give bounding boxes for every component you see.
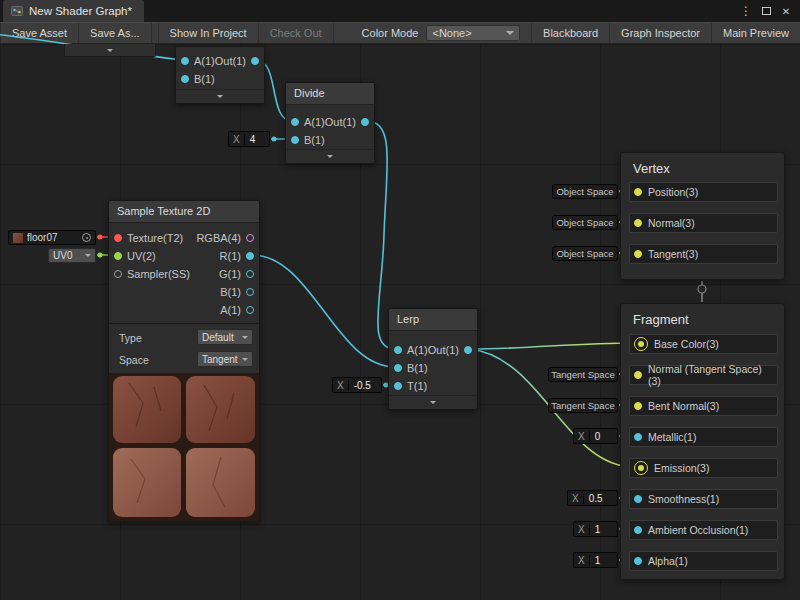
port-b-output[interactable] — [246, 288, 254, 296]
slot-metallic[interactable]: Metallic(1) — [629, 427, 778, 447]
space-binding-normal-ts[interactable]: Tangent Space — [548, 367, 618, 382]
port-row: Sampler(SS) — [114, 265, 190, 283]
vertex-block[interactable]: Vertex Position(3) Normal(3) Tangent(3) — [620, 152, 785, 280]
slot-bent-normal[interactable]: Bent Normal(3) — [629, 396, 778, 416]
port-math-a[interactable] — [181, 57, 189, 65]
slot-ambient-occlusion[interactable]: Ambient Occlusion(1) — [629, 520, 778, 540]
port-label: R(1) — [220, 250, 241, 262]
texture-object-field[interactable]: floor07 — [8, 230, 96, 245]
float-field-alpha[interactable]: X 1 — [573, 552, 618, 568]
blackboard-toggle[interactable]: Blackboard — [531, 23, 610, 43]
port-bent-normal[interactable] — [634, 402, 642, 410]
space-binding-position[interactable]: Object Space — [552, 184, 618, 199]
node-sample-texture-2d[interactable]: Sample Texture 2D Texture(T2) UV(2) Samp… — [108, 200, 260, 522]
port-metallic[interactable] — [634, 433, 642, 441]
node-title[interactable]: Divide — [286, 83, 374, 105]
port-sampler-input[interactable] — [114, 270, 122, 278]
port-a-output[interactable] — [246, 306, 254, 314]
save-as-button[interactable]: Save As... — [79, 23, 152, 43]
slot-position[interactable]: Position(3) — [629, 182, 778, 202]
port-math-out[interactable] — [251, 57, 259, 65]
slot-emission[interactable]: Emission(3) — [629, 458, 778, 478]
port-math-b[interactable] — [181, 75, 189, 83]
float-field-ambient-occlusion[interactable]: X 1 — [573, 521, 618, 537]
collapsed-node-bottom[interactable] — [64, 44, 156, 57]
chevron-down-icon — [327, 155, 333, 158]
field-value[interactable]: 0.5 — [584, 493, 617, 504]
port-uv-input[interactable] — [114, 252, 122, 260]
float-field-smoothness[interactable]: X 0.5 — [567, 490, 618, 506]
port-r-output[interactable] — [246, 252, 254, 260]
port-divide-a[interactable] — [291, 118, 299, 126]
node-math-partial[interactable]: A(1) B(1) Out(1) — [175, 46, 265, 104]
fragment-block[interactable]: Fragment Base Color(3) Normal (Tangent S… — [620, 303, 785, 580]
shader-graph-icon — [11, 5, 23, 17]
color-mode-dropdown[interactable]: <None> — [426, 25, 520, 41]
node-divide[interactable]: Divide A(1) B(1) Out(1) — [285, 82, 375, 164]
port-texture-input[interactable] — [114, 234, 122, 242]
slot-normal-tangent-space[interactable]: Normal (Tangent Space)(3) — [629, 365, 778, 385]
chevron-down-icon — [217, 95, 223, 98]
field-value[interactable]: 1 — [590, 524, 617, 535]
collapse-toggle[interactable] — [286, 149, 374, 163]
window-menu-icon[interactable] — [738, 3, 754, 19]
port-row: Out(1) — [215, 52, 259, 70]
node-title[interactable]: Sample Texture 2D — [109, 201, 259, 223]
texture-name: floor07 — [27, 232, 58, 243]
port-divide-out[interactable] — [361, 118, 369, 126]
port-position[interactable] — [634, 188, 642, 196]
collapse-toggle[interactable] — [176, 89, 264, 103]
space-binding-normal[interactable]: Object Space — [552, 215, 618, 230]
space-binding-bent-normal[interactable]: Tangent Space — [548, 398, 618, 413]
port-normal[interactable] — [634, 219, 642, 227]
port-lerp-t[interactable] — [394, 382, 402, 390]
color-mode-value: <None> — [432, 27, 471, 39]
divider — [109, 323, 259, 324]
port-label: Sampler(SS) — [127, 268, 190, 280]
close-icon[interactable] — [778, 3, 794, 19]
float-field-divide-b[interactable]: X 4 — [228, 131, 270, 147]
slot-normal[interactable]: Normal(3) — [629, 213, 778, 233]
port-lerp-out[interactable] — [464, 346, 472, 354]
maximize-icon[interactable] — [758, 3, 774, 19]
port-divide-b[interactable] — [291, 136, 299, 144]
type-dropdown[interactable]: Default — [197, 329, 253, 345]
port-smoothness[interactable] — [634, 495, 642, 503]
field-value[interactable]: 0 — [590, 431, 617, 442]
field-value[interactable]: 1 — [590, 555, 617, 566]
slot-tangent[interactable]: Tangent(3) — [629, 244, 778, 264]
collapse-toggle[interactable] — [389, 395, 477, 409]
document-tab[interactable]: New Shader Graph* — [3, 0, 144, 22]
uv-channel-dropdown[interactable]: UV0 — [48, 248, 96, 263]
port-alpha[interactable] — [634, 557, 642, 565]
slot-smoothness[interactable]: Smoothness(1) — [629, 489, 778, 509]
port-normal-ts[interactable] — [634, 371, 642, 379]
field-value[interactable]: -0.5 — [349, 380, 381, 391]
port-row: B(1) — [291, 131, 325, 149]
check-out-button: Check Out — [259, 23, 334, 43]
slot-label: Emission(3) — [654, 462, 709, 474]
field-value[interactable]: 4 — [245, 134, 269, 145]
port-lerp-a[interactable] — [394, 346, 402, 354]
object-picker-icon[interactable] — [82, 233, 91, 242]
type-value: Default — [202, 332, 234, 343]
float-field-metallic[interactable]: X 0 — [573, 428, 618, 444]
space-dropdown[interactable]: Tangent — [197, 351, 253, 367]
graph-inspector-toggle[interactable]: Graph Inspector — [610, 23, 712, 43]
port-rgba-output[interactable] — [246, 234, 254, 242]
node-title[interactable]: Lerp — [389, 309, 477, 331]
port-emission[interactable] — [634, 461, 648, 475]
node-lerp[interactable]: Lerp A(1) B(1) T(1) Out(1) — [388, 308, 478, 410]
port-base-color[interactable] — [634, 337, 648, 351]
port-lerp-b[interactable] — [394, 364, 402, 372]
float-field-lerp-t[interactable]: X -0.5 — [332, 377, 382, 393]
show-in-project-button[interactable]: Show In Project — [158, 23, 259, 43]
port-tangent[interactable] — [634, 250, 642, 258]
port-g-output[interactable] — [246, 270, 254, 278]
port-ambient-occlusion[interactable] — [634, 526, 642, 534]
slot-alpha[interactable]: Alpha(1) — [629, 551, 778, 571]
slot-base-color[interactable]: Base Color(3) — [629, 334, 778, 354]
space-binding-tangent[interactable]: Object Space — [552, 246, 618, 261]
main-preview-toggle[interactable]: Main Preview — [712, 23, 800, 43]
port-label: G(1) — [219, 268, 241, 280]
